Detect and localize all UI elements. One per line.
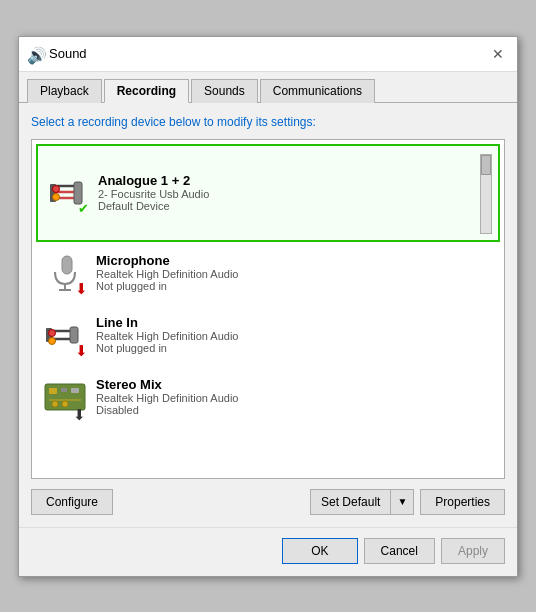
tab-content: Select a recording device below to modif… bbox=[19, 103, 517, 527]
device-name-microphone: Microphone bbox=[96, 253, 496, 268]
svg-rect-12 bbox=[70, 327, 78, 343]
scrollbar[interactable] bbox=[478, 152, 494, 234]
svg-point-6 bbox=[53, 193, 60, 200]
device-list: ✔ Analogue 1 + 2 2- Focusrite Usb Audio … bbox=[31, 139, 505, 479]
svg-point-5 bbox=[53, 185, 60, 192]
sound-dialog: 🔊 Sound ✕ Playback Recording Sounds Comm… bbox=[18, 36, 518, 577]
badge-stereomix: ⬇ bbox=[70, 406, 88, 424]
device-item-microphone[interactable]: ⬇ Microphone Realtek High Definition Aud… bbox=[36, 242, 500, 304]
svg-point-14 bbox=[49, 329, 56, 336]
tab-communications[interactable]: Communications bbox=[260, 79, 375, 103]
cancel-button[interactable]: Cancel bbox=[364, 538, 435, 564]
device-driver-analogue12: 2- Focusrite Usb Audio bbox=[98, 188, 478, 200]
properties-button[interactable]: Properties bbox=[420, 489, 505, 515]
device-item-linein[interactable]: ⬇ Line In Realtek High Definition Audio … bbox=[36, 304, 500, 366]
configure-button[interactable]: Configure bbox=[31, 489, 113, 515]
set-default-button[interactable]: Set Default bbox=[310, 489, 390, 515]
device-name-analogue12: Analogue 1 + 2 bbox=[98, 173, 478, 188]
check-badge-analogue12: ✔ bbox=[74, 200, 92, 218]
device-status-linein: Not plugged in bbox=[96, 342, 496, 354]
device-info-stereomix: Stereo Mix Realtek High Definition Audio… bbox=[96, 377, 496, 416]
tab-sounds[interactable]: Sounds bbox=[191, 79, 258, 103]
close-button[interactable]: ✕ bbox=[487, 43, 509, 65]
scroll-track bbox=[480, 154, 492, 234]
ok-button[interactable]: OK bbox=[282, 538, 357, 564]
action-buttons: Configure Set Default ▼ Properties bbox=[31, 489, 505, 515]
device-status-analogue12: Default Device bbox=[98, 200, 478, 212]
device-status-stereomix: Disabled bbox=[96, 404, 496, 416]
svg-point-22 bbox=[62, 401, 68, 407]
svg-rect-18 bbox=[61, 388, 67, 392]
svg-rect-19 bbox=[71, 388, 79, 393]
device-driver-linein: Realtek High Definition Audio bbox=[96, 330, 496, 342]
device-icon-microphone: ⬇ bbox=[40, 248, 90, 298]
device-name-stereomix: Stereo Mix bbox=[96, 377, 496, 392]
device-info-microphone: Microphone Realtek High Definition Audio… bbox=[96, 253, 496, 292]
svg-point-21 bbox=[52, 401, 58, 407]
title-bar: 🔊 Sound ✕ bbox=[19, 37, 517, 72]
tab-playback[interactable]: Playback bbox=[27, 79, 102, 103]
device-icon-analogue12: ✔ bbox=[42, 168, 92, 218]
device-item-stereomix[interactable]: ⬇ Stereo Mix Realtek High Definition Aud… bbox=[36, 366, 500, 428]
device-driver-stereomix: Realtek High Definition Audio bbox=[96, 392, 496, 404]
tab-bar: Playback Recording Sounds Communications bbox=[19, 72, 517, 103]
device-status-microphone: Not plugged in bbox=[96, 280, 496, 292]
tab-recording[interactable]: Recording bbox=[104, 79, 189, 103]
svg-rect-17 bbox=[49, 388, 57, 394]
device-icon-stereomix: ⬇ bbox=[40, 372, 90, 422]
bottom-buttons: OK Cancel Apply bbox=[19, 527, 517, 576]
scroll-thumb[interactable] bbox=[481, 155, 491, 175]
device-name-linein: Line In bbox=[96, 315, 496, 330]
window-title: Sound bbox=[49, 46, 87, 61]
device-icon-linein: ⬇ bbox=[40, 310, 90, 360]
title-bar-left: 🔊 Sound bbox=[27, 46, 87, 62]
badge-linein: ⬇ bbox=[72, 342, 90, 360]
badge-microphone: ⬇ bbox=[72, 280, 90, 298]
device-info-analogue12: Analogue 1 + 2 2- Focusrite Usb Audio De… bbox=[98, 173, 478, 212]
svg-point-15 bbox=[49, 337, 56, 344]
device-info-linein: Line In Realtek High Definition Audio No… bbox=[96, 315, 496, 354]
device-driver-microphone: Realtek High Definition Audio bbox=[96, 268, 496, 280]
set-default-split-button[interactable]: Set Default ▼ bbox=[310, 489, 414, 515]
sound-title-icon: 🔊 bbox=[27, 46, 43, 62]
svg-rect-7 bbox=[62, 256, 72, 274]
instruction-text: Select a recording device below to modif… bbox=[31, 115, 505, 129]
device-item-analogue12[interactable]: ✔ Analogue 1 + 2 2- Focusrite Usb Audio … bbox=[36, 144, 500, 242]
apply-button[interactable]: Apply bbox=[441, 538, 505, 564]
set-default-arrow[interactable]: ▼ bbox=[390, 489, 414, 515]
